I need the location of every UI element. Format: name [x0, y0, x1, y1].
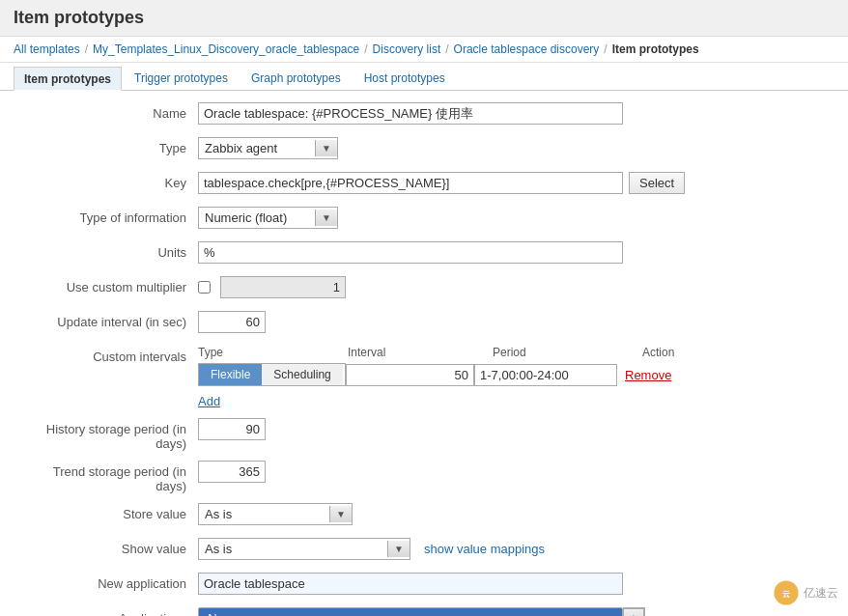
type-control: Zabbix agent ▼ — [198, 137, 829, 159]
applications-row: Applications -None- ▲ ▼ — [19, 607, 829, 616]
show-value-arrow[interactable]: ▼ — [387, 541, 410, 557]
breadcrumb-sep2: / — [364, 42, 367, 56]
show-value-dropdown[interactable]: As is ▼ — [198, 538, 410, 560]
ci-add[interactable]: Add — [198, 394, 220, 408]
show-value-label: Show value — [19, 538, 198, 556]
new-application-row: New application — [19, 573, 829, 598]
units-input[interactable] — [198, 241, 623, 264]
scroll-up-btn[interactable]: ▲ — [623, 608, 644, 616]
trend-input[interactable] — [198, 461, 266, 483]
custom-intervals-row: Custom intervals Type Interval Period Ac… — [19, 346, 829, 408]
units-row: Units — [19, 241, 829, 266]
store-value-dropdown[interactable]: As is ▼ — [198, 503, 353, 525]
breadcrumb-all-templates[interactable]: All templates — [14, 42, 80, 56]
type-of-info-label: Type of information — [19, 207, 198, 225]
applications-option-none[interactable]: -None- — [204, 611, 617, 616]
units-label: Units — [19, 241, 198, 260]
store-value-row: Store value As is ▼ — [19, 503, 829, 528]
show-value-mappings-link[interactable]: show value mappings — [424, 542, 545, 556]
ci-type-header: Type — [198, 346, 348, 359]
new-application-input[interactable] — [198, 573, 623, 595]
type-value: Zabbix agent — [199, 138, 315, 158]
custom-intervals-label: Custom intervals — [19, 346, 198, 364]
type-dropdown[interactable]: Zabbix agent ▼ — [198, 137, 338, 159]
name-row: Name — [19, 102, 829, 127]
store-value-control: As is ▼ — [198, 503, 829, 525]
key-input[interactable] — [198, 172, 623, 194]
breadcrumb-sep4: / — [604, 42, 607, 56]
custom-multiplier-checkbox[interactable] — [198, 281, 211, 294]
custom-multiplier-row: Use custom multiplier — [19, 276, 829, 301]
store-value-value: As is — [199, 504, 329, 524]
type-of-info-arrow[interactable]: ▼ — [315, 210, 337, 226]
tab-host-prototypes[interactable]: Host prototypes — [353, 67, 456, 90]
update-interval-control — [198, 311, 829, 333]
multiplier-input[interactable] — [220, 276, 346, 298]
breadcrumb-discovery-list[interactable]: Discovery list — [373, 42, 441, 56]
update-interval-row: Update interval (in sec) — [19, 311, 829, 336]
show-value-control: As is ▼ show value mappings — [198, 538, 829, 560]
tab-item-prototypes[interactable]: Item prototypes — [14, 67, 122, 91]
applications-select[interactable]: -None- — [198, 607, 623, 616]
history-input[interactable] — [198, 418, 266, 440]
history-label: History storage period (in days) — [19, 418, 198, 451]
breadcrumb-oracle-discovery[interactable]: Oracle tablespace discovery — [454, 42, 600, 56]
store-value-label: Store value — [19, 503, 198, 521]
breadcrumb-current: Item prototypes — [612, 42, 699, 56]
nav-tabs: Item prototypes Trigger prototypes Graph… — [0, 63, 848, 91]
breadcrumb-sep1: / — [85, 42, 88, 56]
key-row: Key Select — [19, 172, 829, 197]
custom-intervals-control: Type Interval Period Action Flexible Sch… — [198, 346, 829, 408]
key-control: Select — [198, 172, 829, 194]
page-title: Item prototypes — [0, 0, 848, 37]
tab-trigger-prototypes[interactable]: Trigger prototypes — [124, 67, 239, 90]
custom-multiplier-control — [198, 276, 829, 298]
watermark-text: 亿速云 — [804, 585, 838, 602]
ci-row-1: Flexible Scheduling Remove — [198, 363, 829, 386]
ci-tabs: Flexible Scheduling — [198, 363, 346, 386]
ci-remove[interactable]: Remove — [625, 368, 671, 382]
type-row: Type Zabbix agent ▼ — [19, 137, 829, 162]
ci-interval-header: Interval — [348, 346, 493, 359]
new-application-control — [198, 573, 829, 595]
name-label: Name — [19, 102, 198, 121]
custom-intervals-section: Type Interval Period Action Flexible Sch… — [198, 346, 829, 408]
ci-tab-flexible[interactable]: Flexible — [199, 364, 262, 385]
ci-header: Type Interval Period Action — [198, 346, 829, 359]
breadcrumb-sep3: / — [445, 42, 448, 56]
name-input[interactable] — [198, 102, 623, 125]
ci-period-input[interactable] — [474, 364, 617, 386]
history-control — [198, 418, 829, 440]
trend-row: Trend storage period (in days) — [19, 461, 829, 493]
trend-control — [198, 461, 829, 483]
type-of-info-dropdown[interactable]: Numeric (float) ▼ — [198, 207, 338, 229]
history-row: History storage period (in days) — [19, 418, 829, 451]
units-control — [198, 241, 829, 264]
applications-wrapper: -None- ▲ ▼ — [198, 607, 645, 616]
custom-multiplier-label: Use custom multiplier — [19, 276, 198, 294]
tab-graph-prototypes[interactable]: Graph prototypes — [240, 67, 352, 90]
show-value-value: As is — [199, 539, 387, 559]
form-container: Name Type Zabbix agent ▼ Key Select Type… — [0, 91, 848, 616]
select-button[interactable]: Select — [629, 172, 685, 194]
type-of-info-row: Type of information Numeric (float) ▼ — [19, 207, 829, 232]
name-control — [198, 102, 829, 125]
watermark-logo: 云 亿速云 — [773, 579, 838, 606]
ci-interval-input[interactable] — [346, 364, 474, 386]
ci-tab-scheduling[interactable]: Scheduling — [262, 364, 342, 385]
ci-action-header: Action — [642, 346, 720, 359]
type-arrow[interactable]: ▼ — [315, 140, 337, 156]
breadcrumb: All templates / My_Templates_Linux_Disco… — [0, 37, 848, 63]
update-interval-input[interactable] — [198, 311, 266, 333]
new-application-label: New application — [19, 573, 198, 591]
breadcrumb-my-templates[interactable]: My_Templates_Linux_Discovery_oracle_tabl… — [93, 42, 359, 56]
watermark: 云 亿速云 — [773, 579, 838, 606]
ci-add-wrapper: Add — [198, 390, 829, 408]
applications-label: Applications — [19, 607, 198, 616]
applications-control: -None- ▲ ▼ — [198, 607, 829, 616]
key-label: Key — [19, 172, 198, 190]
type-of-info-value: Numeric (float) — [199, 208, 315, 228]
svg-text:云: 云 — [782, 589, 790, 599]
type-of-info-control: Numeric (float) ▼ — [198, 207, 829, 229]
store-value-arrow[interactable]: ▼ — [329, 506, 352, 522]
